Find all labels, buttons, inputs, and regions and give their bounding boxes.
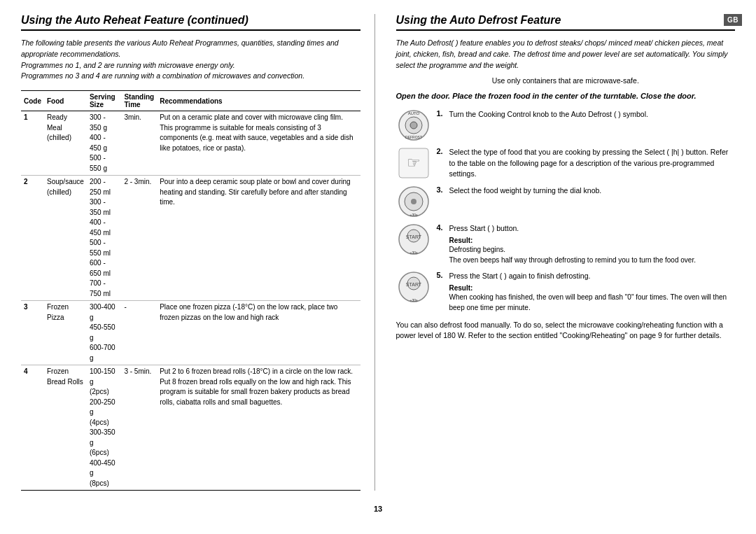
table-row: 3 Frozen Pizza 300-400 g 450-550 g 600-7… <box>21 301 360 365</box>
table-row: 4 Frozen Bread Rolls 100-150 g (2pcs) 20… <box>21 365 360 491</box>
gb-badge: GB <box>724 14 742 26</box>
right-intro: The Auto Defrost( ) feature enables you … <box>396 38 736 71</box>
svg-text:+30s: +30s <box>410 213 417 217</box>
step-icon: +30s <box>396 185 431 218</box>
svg-text:AUTO: AUTO <box>407 111 419 115</box>
svg-text:DEFROST: DEFROST <box>405 135 422 139</box>
step-icon: START +30s <box>396 223 431 255</box>
step-item: ☞ 2.Select the type of food that you are… <box>396 147 736 180</box>
use-only-text: Use only containers that are microwave-s… <box>396 76 736 85</box>
page-number: 13 <box>21 505 735 513</box>
col-standing: StandingTime <box>121 91 157 111</box>
svg-text:☞: ☞ <box>407 154 421 171</box>
svg-point-2 <box>410 122 417 129</box>
right-column: Using the Auto Defrost Feature The Auto … <box>389 14 736 491</box>
left-intro: The following table presents the various… <box>21 38 360 82</box>
step-content: 1.Turn the Cooking Control knob to the A… <box>437 109 736 120</box>
step-content: 2.Select the type of food that you are c… <box>437 147 736 180</box>
table-row: 1 Ready Meal (chilled) 300 - 350 g 400 -… <box>21 111 360 176</box>
left-title: Using the Auto Reheat Feature (continued… <box>21 14 360 31</box>
step-icon: START +30s <box>396 271 431 303</box>
bottom-note: You can also defrost food manually. To d… <box>396 320 736 342</box>
step-icon: AUTO DEFROST <box>396 109 431 141</box>
step-content: 5.Press the Start ( ) again to finish de… <box>437 271 736 313</box>
food-table: Code Food Serving Size StandingTime Reco… <box>21 90 360 491</box>
col-size: Serving Size <box>87 91 121 111</box>
svg-text:START: START <box>405 234 421 239</box>
svg-text:+30s: +30s <box>410 298 417 302</box>
step-item: +30s 3.Select the food weight by turning… <box>396 185 736 218</box>
col-code: Code <box>21 91 44 111</box>
right-title: Using the Auto Defrost Feature <box>396 14 736 31</box>
step-item: START +30s 4.Press Start ( ) button.Resu… <box>396 223 736 265</box>
svg-point-9 <box>411 199 416 204</box>
step-content: 4.Press Start ( ) button.Result:Defrosti… <box>437 223 736 265</box>
step-item: START +30s 5.Press the Start ( ) again t… <box>396 271 736 313</box>
open-door-text: Open the door. Place the frozen food in … <box>396 90 736 102</box>
svg-text:+30s: +30s <box>410 251 417 255</box>
table-row: 2 Soup/sauce (chilled) 200 - 250 ml 300 … <box>21 176 360 301</box>
left-column: Using the Auto Reheat Feature (continued… <box>21 14 375 491</box>
col-food: Food <box>44 91 87 111</box>
step-content: 3.Select the food weight by turning the … <box>437 185 736 197</box>
steps-container: AUTO DEFROST 1.Turn the Cooking Control … <box>396 109 736 313</box>
step-icon: ☞ <box>396 147 431 179</box>
svg-text:START: START <box>405 282 421 287</box>
step-item: AUTO DEFROST 1.Turn the Cooking Control … <box>396 109 736 141</box>
col-rec: Recommendations <box>157 91 360 111</box>
